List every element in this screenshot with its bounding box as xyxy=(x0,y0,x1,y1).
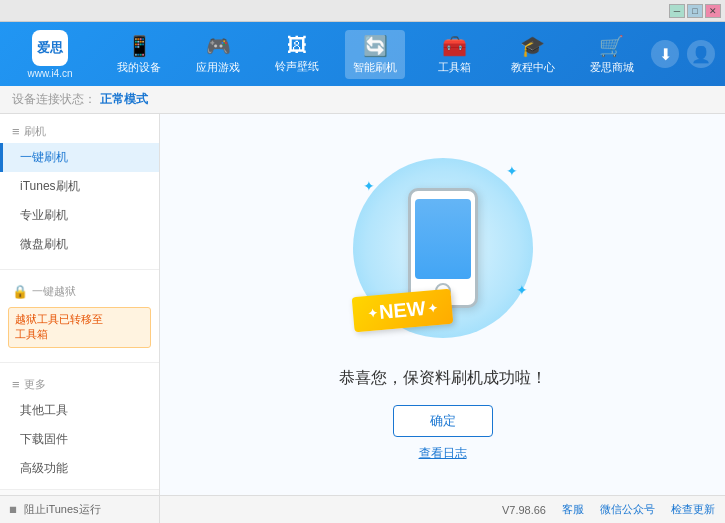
phone-screen xyxy=(415,199,471,279)
sidebar-item-other-tools[interactable]: 其他工具 xyxy=(0,396,159,425)
nav-store[interactable]: 🛒 爱思商城 xyxy=(582,30,642,79)
nav-my-device[interactable]: 📱 我的设备 xyxy=(109,30,169,79)
header: 爱思 www.i4.cn 📱 我的设备 🎮 应用游戏 🖼 铃声壁纸 🔄 智能刷机… xyxy=(0,22,725,86)
flash-section-icon: ≡ xyxy=(12,124,20,139)
sidebar-item-one-key-flash[interactable]: 一键刷机 xyxy=(0,143,159,172)
tutorial-label: 教程中心 xyxy=(511,60,555,75)
sidebar-item-pro-flash[interactable]: 专业刷机 xyxy=(0,201,159,230)
sidebar-divider-1 xyxy=(0,269,159,270)
stop-itunes-label[interactable]: 阻止iTunes运行 xyxy=(24,502,101,517)
wallpaper-icon: 🖼 xyxy=(287,34,307,57)
window-controls: ─ □ ✕ xyxy=(669,4,721,18)
sparkle-icon-3: ✦ xyxy=(516,282,528,298)
status-label: 设备连接状态： xyxy=(12,91,96,108)
toolbox-label: 工具箱 xyxy=(438,60,471,75)
title-bar: ─ □ ✕ xyxy=(0,0,725,22)
bottom-center xyxy=(160,496,492,523)
nav-bar: 📱 我的设备 🎮 应用游戏 🖼 铃声壁纸 🔄 智能刷机 🧰 工具箱 🎓 教程中心… xyxy=(100,30,651,79)
support-link[interactable]: 客服 xyxy=(562,502,584,517)
sidebar-item-advanced[interactable]: 高级功能 xyxy=(0,454,159,483)
jailbreak-section-header: 🔒 一键越狱 xyxy=(0,280,159,303)
sparkle-icon-1: ✦ xyxy=(506,163,518,179)
nav-toolbox[interactable]: 🧰 工具箱 xyxy=(424,30,484,79)
download-button[interactable]: ⬇ xyxy=(651,40,679,68)
nav-app-games[interactable]: 🎮 应用游戏 xyxy=(188,30,248,79)
tutorial-icon: 🎓 xyxy=(520,34,545,58)
jailbreak-section-title: 一键越狱 xyxy=(32,284,76,299)
store-label: 爱思商城 xyxy=(590,60,634,75)
logo-icon-text: 爱思 xyxy=(37,39,63,57)
more-section: ≡ 更多 其他工具 下载固件 高级功能 xyxy=(0,367,159,489)
toolbox-icon: 🧰 xyxy=(442,34,467,58)
version-label: V7.98.66 xyxy=(502,504,546,516)
jailbreak-section: 🔒 一键越狱 越狱工具已转移至工具箱 xyxy=(0,274,159,358)
my-device-icon: 📱 xyxy=(127,34,152,58)
success-text: 恭喜您，保资料刷机成功啦！ xyxy=(339,368,547,389)
logo-icon: 爱思 xyxy=(32,30,68,66)
sparkle-icon-2: ✦ xyxy=(363,178,375,194)
stop-itunes-icon: ⏹ xyxy=(8,504,18,515)
logo[interactable]: 爱思 www.i4.cn xyxy=(10,30,90,79)
smart-flash-icon: 🔄 xyxy=(363,34,388,58)
more-section-icon: ≡ xyxy=(12,377,20,392)
lock-icon: 🔒 xyxy=(12,284,28,299)
bottom-right: V7.98.66 客服 微信公众号 检查更新 xyxy=(492,496,725,523)
check-update-link[interactable]: 检查更新 xyxy=(671,502,715,517)
nav-wallpaper[interactable]: 🖼 铃声壁纸 xyxy=(267,30,327,78)
sidebar: ≡ 刷机 一键刷机 iTunes刷机 专业刷机 微盘刷机 🔒 一键越狱 越狱工具… xyxy=(0,114,160,495)
smart-flash-label: 智能刷机 xyxy=(353,60,397,75)
more-section-title: 更多 xyxy=(24,377,46,392)
status-bar: 设备连接状态： 正常模式 xyxy=(0,86,725,114)
app-games-icon: 🎮 xyxy=(206,34,231,58)
minimize-button[interactable]: ─ xyxy=(669,4,685,18)
status-value: 正常模式 xyxy=(100,91,148,108)
view-log-link[interactable]: 查看日志 xyxy=(419,445,467,462)
flash-section-title: 刷机 xyxy=(24,124,46,139)
store-icon: 🛒 xyxy=(599,34,624,58)
sidebar-item-dual-flash[interactable]: 微盘刷机 xyxy=(0,230,159,259)
sidebar-device-panel: 自动断连 跳过向导 📱 iPhone 12 mini 64GB Down-12m… xyxy=(0,489,159,495)
header-right: ⬇ 👤 xyxy=(651,40,715,68)
sidebar-item-download-firmware[interactable]: 下载固件 xyxy=(0,425,159,454)
main-layout: ≡ 刷机 一键刷机 iTunes刷机 专业刷机 微盘刷机 🔒 一键越狱 越狱工具… xyxy=(0,114,725,495)
logo-url: www.i4.cn xyxy=(27,68,72,79)
wallpaper-label: 铃声壁纸 xyxy=(275,59,319,74)
flash-section: ≡ 刷机 一键刷机 iTunes刷机 专业刷机 微盘刷机 xyxy=(0,114,159,265)
sidebar-divider-2 xyxy=(0,362,159,363)
my-device-label: 我的设备 xyxy=(117,60,161,75)
new-badge-text: NEW xyxy=(378,297,426,324)
flash-section-header: ≡ 刷机 xyxy=(0,120,159,143)
app-games-label: 应用游戏 xyxy=(196,60,240,75)
wechat-link[interactable]: 微信公众号 xyxy=(600,502,655,517)
user-button[interactable]: 👤 xyxy=(687,40,715,68)
bottom-left: ⏹ 阻止iTunes运行 xyxy=(0,496,160,523)
nav-tutorial[interactable]: 🎓 教程中心 xyxy=(503,30,563,79)
confirm-button[interactable]: 确定 xyxy=(393,405,493,437)
sidebar-item-itunes-flash[interactable]: iTunes刷机 xyxy=(0,172,159,201)
jailbreak-warning: 越狱工具已转移至工具箱 xyxy=(8,307,151,348)
maximize-button[interactable]: □ xyxy=(687,4,703,18)
bottom-bar: ⏹ 阻止iTunes运行 V7.98.66 客服 微信公众号 检查更新 xyxy=(0,495,725,523)
content-area: NEW ✦ ✦ ✦ 恭喜您，保资料刷机成功啦！ 确定 查看日志 xyxy=(160,114,725,495)
close-button[interactable]: ✕ xyxy=(705,4,721,18)
nav-smart-flash[interactable]: 🔄 智能刷机 xyxy=(345,30,405,79)
phone-illustration: NEW ✦ ✦ ✦ xyxy=(343,148,543,348)
more-section-header: ≡ 更多 xyxy=(0,373,159,396)
